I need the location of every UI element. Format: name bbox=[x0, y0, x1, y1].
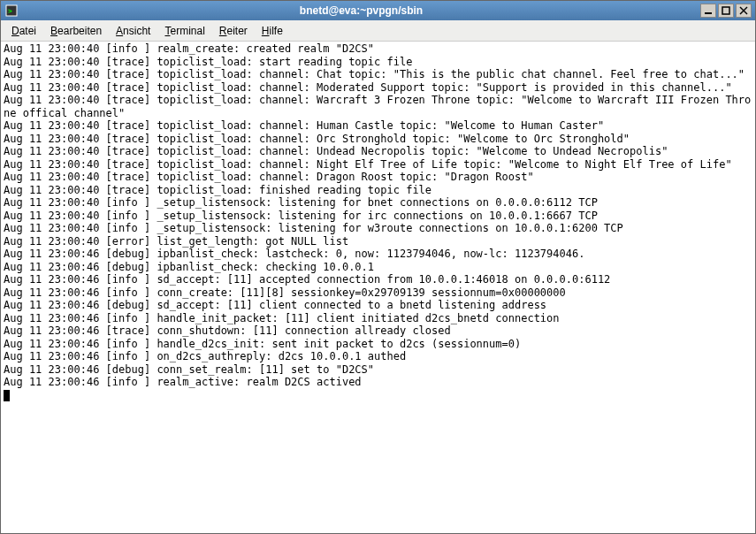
log-line: Aug 11 23:00:46 [info ] realm_active: re… bbox=[4, 376, 752, 389]
svg-text:>: > bbox=[8, 7, 12, 15]
log-line: Aug 11 23:00:40 [trace] topiclist_load: … bbox=[4, 56, 752, 69]
log-line: Aug 11 23:00:46 [debug] conn_set_realm: … bbox=[4, 363, 752, 377]
log-line: Aug 11 23:00:40 [info ] realm_create: cr… bbox=[4, 42, 752, 56]
log-line: Aug 11 23:00:40 [trace] topiclist_load: … bbox=[4, 119, 752, 133]
window-controls bbox=[700, 4, 752, 18]
menu-edit[interactable]: Bearbeiten bbox=[45, 23, 107, 39]
close-button[interactable] bbox=[736, 4, 752, 18]
maximize-button[interactable] bbox=[718, 4, 734, 18]
log-line: Aug 11 23:00:46 [trace] conn_shutdown: [… bbox=[4, 324, 752, 338]
log-line: Aug 11 23:00:46 [info ] on_d2cs_authrepl… bbox=[4, 350, 752, 363]
menu-terminal[interactable]: Terminal bbox=[159, 23, 210, 39]
menu-view[interactable]: Ansicht bbox=[111, 23, 156, 39]
log-line: Aug 11 23:00:40 [info ] _setup_listensoc… bbox=[4, 222, 752, 235]
menu-file-rest: atei bbox=[19, 25, 36, 37]
log-line: Aug 11 23:00:40 [info ] _setup_listensoc… bbox=[4, 196, 752, 210]
titlebar[interactable]: > bnetd@eva:~pvpgn/sbin bbox=[1, 1, 755, 20]
menu-edit-rest: earbeiten bbox=[57, 25, 102, 37]
menu-file[interactable]: Datei bbox=[6, 23, 42, 39]
menu-help-rest: ilfe bbox=[270, 25, 283, 37]
log-line: Aug 11 23:00:40 [trace] topiclist_load: … bbox=[4, 158, 752, 172]
log-line: Aug 11 23:00:40 [trace] topiclist_load: … bbox=[4, 145, 752, 158]
log-line: Aug 11 23:00:46 [debug] sd_accept: [11] … bbox=[4, 299, 752, 312]
log-line: Aug 11 23:00:40 [trace] topiclist_load: … bbox=[4, 184, 752, 197]
log-line: Aug 11 23:00:46 [info ] handle_d2cs_init… bbox=[4, 338, 752, 351]
minimize-button[interactable] bbox=[700, 4, 716, 18]
log-line: Aug 11 23:00:40 [info ] _setup_listensoc… bbox=[4, 210, 752, 223]
menu-terminal-rest: erminal bbox=[170, 25, 204, 37]
log-line: Aug 11 23:00:46 [debug] ipbanlist_check:… bbox=[4, 261, 752, 274]
app-icon: > bbox=[4, 4, 19, 18]
menubar: Datei Bearbeiten Ansicht Terminal Reiter… bbox=[1, 20, 755, 42]
menu-view-rest: nsicht bbox=[123, 25, 150, 37]
log-line: Aug 11 23:00:40 [trace] topiclist_load: … bbox=[4, 171, 752, 184]
svg-rect-3 bbox=[722, 7, 729, 14]
menu-tabs[interactable]: Reiter bbox=[214, 23, 253, 39]
menu-tabs-rest: eiter bbox=[227, 25, 248, 37]
log-line: Aug 11 23:00:40 [trace] topiclist_load: … bbox=[4, 94, 752, 119]
log-line: Aug 11 23:00:40 [error] list_get_length:… bbox=[4, 235, 752, 248]
terminal-output[interactable]: Aug 11 23:00:40 [info ] realm_create: cr… bbox=[1, 42, 755, 533]
cursor-block bbox=[4, 390, 10, 401]
log-line: Aug 11 23:00:40 [trace] topiclist_load: … bbox=[4, 68, 752, 81]
log-line: Aug 11 23:00:46 [debug] ipbanlist_check:… bbox=[4, 248, 752, 261]
terminal-window: > bnetd@eva:~pvpgn/sbin Datei Bearbeiten… bbox=[0, 0, 756, 534]
log-line: Aug 11 23:00:46 [info ] sd_accept: [11] … bbox=[4, 273, 752, 286]
menu-help[interactable]: Hilfe bbox=[256, 23, 288, 39]
log-line: Aug 11 23:00:40 [trace] topiclist_load: … bbox=[4, 133, 752, 146]
log-line: Aug 11 23:00:46 [info ] conn_create: [11… bbox=[4, 286, 752, 300]
log-line: Aug 11 23:00:40 [trace] topiclist_load: … bbox=[4, 81, 752, 95]
log-line: Aug 11 23:00:46 [info ] handle_init_pack… bbox=[4, 312, 752, 325]
window-title: bnetd@eva:~pvpgn/sbin bbox=[22, 4, 700, 17]
